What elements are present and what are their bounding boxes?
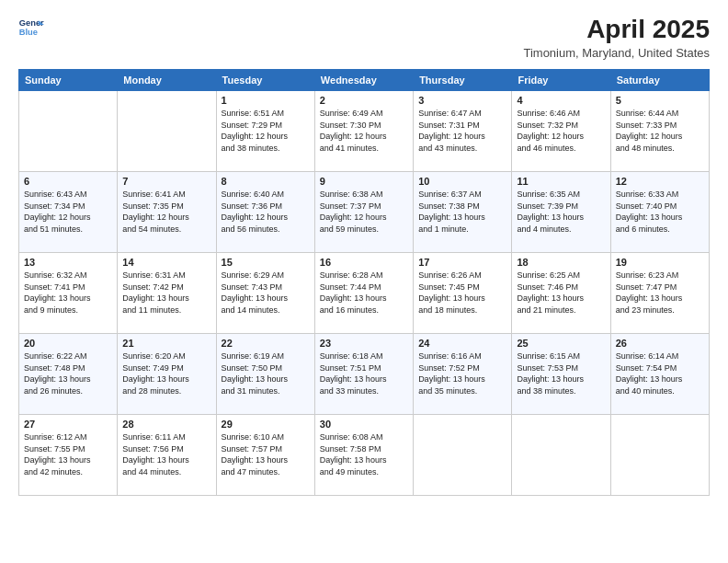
day-number: 22 xyxy=(222,338,310,349)
table-row: 19Sunrise: 6:23 AM Sunset: 7:47 PM Dayli… xyxy=(610,253,709,334)
table-row: 4Sunrise: 6:46 AM Sunset: 7:32 PM Daylig… xyxy=(512,91,610,172)
col-wednesday: Wednesday xyxy=(314,70,413,91)
table-row: 22Sunrise: 6:19 AM Sunset: 7:50 PM Dayli… xyxy=(216,334,314,415)
cell-info: Sunrise: 6:51 AM Sunset: 7:29 PM Dayligh… xyxy=(222,108,310,154)
day-number: 24 xyxy=(418,338,506,349)
calendar: Sunday Monday Tuesday Wednesday Thursday… xyxy=(18,69,710,496)
main-title: April 2025 xyxy=(523,15,710,44)
day-number: 27 xyxy=(24,419,112,430)
cell-info: Sunrise: 6:28 AM Sunset: 7:44 PM Dayligh… xyxy=(320,270,408,316)
cell-info: Sunrise: 6:32 AM Sunset: 7:41 PM Dayligh… xyxy=(24,270,112,316)
day-number: 23 xyxy=(320,338,408,349)
cell-info: Sunrise: 6:40 AM Sunset: 7:36 PM Dayligh… xyxy=(222,189,310,235)
table-row: 6Sunrise: 6:43 AM Sunset: 7:34 PM Daylig… xyxy=(19,172,118,253)
cell-info: Sunrise: 6:25 AM Sunset: 7:46 PM Dayligh… xyxy=(517,270,605,316)
cell-info: Sunrise: 6:18 AM Sunset: 7:51 PM Dayligh… xyxy=(320,350,408,396)
col-friday: Friday xyxy=(512,70,610,91)
cell-info: Sunrise: 6:26 AM Sunset: 7:45 PM Dayligh… xyxy=(418,270,506,316)
table-row: 18Sunrise: 6:25 AM Sunset: 7:46 PM Dayli… xyxy=(512,253,610,334)
cell-info: Sunrise: 6:20 AM Sunset: 7:49 PM Dayligh… xyxy=(122,350,210,396)
day-number: 14 xyxy=(122,257,210,268)
table-row: 11Sunrise: 6:35 AM Sunset: 7:39 PM Dayli… xyxy=(512,172,610,253)
day-number: 4 xyxy=(517,95,605,106)
day-number: 2 xyxy=(320,95,408,106)
table-row: 7Sunrise: 6:41 AM Sunset: 7:35 PM Daylig… xyxy=(118,172,216,253)
day-number: 10 xyxy=(418,176,506,187)
cell-info: Sunrise: 6:19 AM Sunset: 7:50 PM Dayligh… xyxy=(222,350,310,396)
page: General Blue April 2025 Timonium, Maryla… xyxy=(0,0,728,563)
logo-icon: General Blue xyxy=(18,15,44,40)
table-row: 1Sunrise: 6:51 AM Sunset: 7:29 PM Daylig… xyxy=(216,91,314,172)
cell-info: Sunrise: 6:11 AM Sunset: 7:56 PM Dayligh… xyxy=(122,431,210,477)
day-number: 8 xyxy=(222,176,310,187)
day-number: 21 xyxy=(122,338,210,349)
cell-info: Sunrise: 6:41 AM Sunset: 7:35 PM Dayligh… xyxy=(122,189,210,235)
svg-text:Blue: Blue xyxy=(19,28,38,37)
table-row: 9Sunrise: 6:38 AM Sunset: 7:37 PM Daylig… xyxy=(314,172,413,253)
cell-info: Sunrise: 6:10 AM Sunset: 7:57 PM Dayligh… xyxy=(222,431,310,477)
day-number: 5 xyxy=(616,95,704,106)
table-row: 16Sunrise: 6:28 AM Sunset: 7:44 PM Dayli… xyxy=(314,253,413,334)
week-row-1: 1Sunrise: 6:51 AM Sunset: 7:29 PM Daylig… xyxy=(19,91,710,172)
week-row-3: 13Sunrise: 6:32 AM Sunset: 7:41 PM Dayli… xyxy=(19,253,710,334)
day-number: 20 xyxy=(24,338,112,349)
day-number: 29 xyxy=(222,419,310,430)
col-sunday: Sunday xyxy=(19,70,118,91)
table-row: 30Sunrise: 6:08 AM Sunset: 7:58 PM Dayli… xyxy=(314,415,413,496)
header-row: Sunday Monday Tuesday Wednesday Thursday… xyxy=(19,70,710,91)
table-row: 14Sunrise: 6:31 AM Sunset: 7:42 PM Dayli… xyxy=(118,253,216,334)
cell-info: Sunrise: 6:31 AM Sunset: 7:42 PM Dayligh… xyxy=(122,270,210,316)
cell-info: Sunrise: 6:12 AM Sunset: 7:55 PM Dayligh… xyxy=(24,431,112,477)
table-row: 17Sunrise: 6:26 AM Sunset: 7:45 PM Dayli… xyxy=(414,253,512,334)
table-row: 12Sunrise: 6:33 AM Sunset: 7:40 PM Dayli… xyxy=(610,172,709,253)
table-row: 27Sunrise: 6:12 AM Sunset: 7:55 PM Dayli… xyxy=(19,415,118,496)
cell-info: Sunrise: 6:43 AM Sunset: 7:34 PM Dayligh… xyxy=(24,189,112,235)
table-row: 21Sunrise: 6:20 AM Sunset: 7:49 PM Dayli… xyxy=(118,334,216,415)
day-number: 13 xyxy=(24,257,112,268)
table-row: 5Sunrise: 6:44 AM Sunset: 7:33 PM Daylig… xyxy=(610,91,709,172)
logo: General Blue xyxy=(18,15,44,40)
table-row: 2Sunrise: 6:49 AM Sunset: 7:30 PM Daylig… xyxy=(314,91,413,172)
cell-info: Sunrise: 6:35 AM Sunset: 7:39 PM Dayligh… xyxy=(517,189,605,235)
title-block: April 2025 Timonium, Maryland, United St… xyxy=(523,15,710,60)
col-saturday: Saturday xyxy=(610,70,709,91)
cell-info: Sunrise: 6:33 AM Sunset: 7:40 PM Dayligh… xyxy=(616,189,704,235)
cell-info: Sunrise: 6:15 AM Sunset: 7:53 PM Dayligh… xyxy=(517,350,605,396)
cell-info: Sunrise: 6:46 AM Sunset: 7:32 PM Dayligh… xyxy=(517,108,605,154)
cell-info: Sunrise: 6:47 AM Sunset: 7:31 PM Dayligh… xyxy=(418,108,506,154)
table-row: 25Sunrise: 6:15 AM Sunset: 7:53 PM Dayli… xyxy=(512,334,610,415)
cell-info: Sunrise: 6:22 AM Sunset: 7:48 PM Dayligh… xyxy=(24,350,112,396)
day-number: 19 xyxy=(616,257,704,268)
table-row: 10Sunrise: 6:37 AM Sunset: 7:38 PM Dayli… xyxy=(414,172,512,253)
day-number: 17 xyxy=(418,257,506,268)
day-number: 1 xyxy=(222,95,310,106)
col-thursday: Thursday xyxy=(414,70,512,91)
cell-info: Sunrise: 6:44 AM Sunset: 7:33 PM Dayligh… xyxy=(616,108,704,154)
table-row: 13Sunrise: 6:32 AM Sunset: 7:41 PM Dayli… xyxy=(19,253,118,334)
col-tuesday: Tuesday xyxy=(216,70,314,91)
day-number: 11 xyxy=(517,176,605,187)
table-row: 3Sunrise: 6:47 AM Sunset: 7:31 PM Daylig… xyxy=(414,91,512,172)
day-number: 6 xyxy=(24,176,112,187)
cell-info: Sunrise: 6:38 AM Sunset: 7:37 PM Dayligh… xyxy=(320,189,408,235)
table-row: 26Sunrise: 6:14 AM Sunset: 7:54 PM Dayli… xyxy=(610,334,709,415)
day-number: 12 xyxy=(616,176,704,187)
week-row-2: 6Sunrise: 6:43 AM Sunset: 7:34 PM Daylig… xyxy=(19,172,710,253)
day-number: 18 xyxy=(517,257,605,268)
cell-info: Sunrise: 6:16 AM Sunset: 7:52 PM Dayligh… xyxy=(418,350,506,396)
table-row xyxy=(512,415,610,496)
cell-info: Sunrise: 6:08 AM Sunset: 7:58 PM Dayligh… xyxy=(320,431,408,477)
day-number: 16 xyxy=(320,257,408,268)
cell-info: Sunrise: 6:14 AM Sunset: 7:54 PM Dayligh… xyxy=(616,350,704,396)
cell-info: Sunrise: 6:37 AM Sunset: 7:38 PM Dayligh… xyxy=(418,189,506,235)
table-row: 15Sunrise: 6:29 AM Sunset: 7:43 PM Dayli… xyxy=(216,253,314,334)
day-number: 9 xyxy=(320,176,408,187)
day-number: 7 xyxy=(122,176,210,187)
day-number: 3 xyxy=(418,95,506,106)
table-row xyxy=(19,91,118,172)
table-row: 29Sunrise: 6:10 AM Sunset: 7:57 PM Dayli… xyxy=(216,415,314,496)
week-row-5: 27Sunrise: 6:12 AM Sunset: 7:55 PM Dayli… xyxy=(19,415,710,496)
table-row: 28Sunrise: 6:11 AM Sunset: 7:56 PM Dayli… xyxy=(118,415,216,496)
day-number: 15 xyxy=(222,257,310,268)
table-row: 20Sunrise: 6:22 AM Sunset: 7:48 PM Dayli… xyxy=(19,334,118,415)
